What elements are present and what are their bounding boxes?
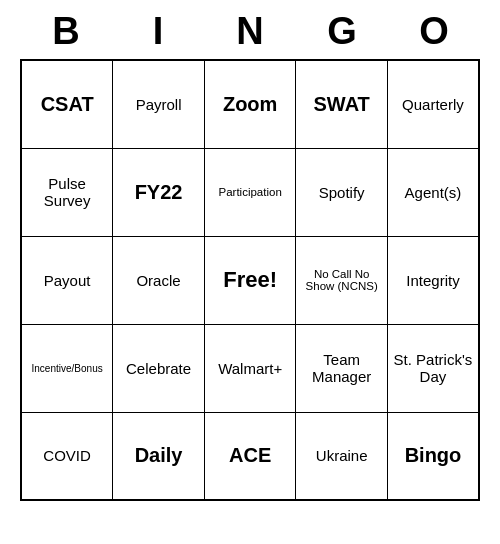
cell-r3-c0: Incentive/Bonus [21, 324, 113, 412]
letter-n: N [210, 10, 290, 53]
cell-r0-c0: CSAT [21, 60, 113, 148]
cell-r1-c3: Spotify [296, 148, 387, 236]
letter-i: I [118, 10, 198, 53]
cell-r0-c2: Zoom [204, 60, 296, 148]
letter-o: O [394, 10, 474, 53]
bingo-grid: CSATPayrollZoomSWATQuarterlyPulse Survey… [20, 59, 480, 501]
cell-r2-c1: Oracle [113, 236, 205, 324]
cell-r3-c4: St. Patrick's Day [387, 324, 479, 412]
cell-r4-c4: Bingo [387, 412, 479, 500]
cell-r4-c0: COVID [21, 412, 113, 500]
cell-r1-c2: Participation [204, 148, 296, 236]
cell-r3-c1: Celebrate [113, 324, 205, 412]
letter-g: G [302, 10, 382, 53]
cell-r0-c4: Quarterly [387, 60, 479, 148]
cell-r4-c3: Ukraine [296, 412, 387, 500]
bingo-header: B I N G O [20, 0, 480, 59]
letter-b: B [26, 10, 106, 53]
cell-r2-c0: Payout [21, 236, 113, 324]
cell-r4-c2: ACE [204, 412, 296, 500]
cell-r2-c4: Integrity [387, 236, 479, 324]
cell-r1-c4: Agent(s) [387, 148, 479, 236]
cell-r1-c1: FY22 [113, 148, 205, 236]
cell-r0-c1: Payroll [113, 60, 205, 148]
cell-r2-c2: Free! [204, 236, 296, 324]
cell-r2-c3: No Call No Show (NCNS) [296, 236, 387, 324]
cell-r3-c3: Team Manager [296, 324, 387, 412]
cell-r0-c3: SWAT [296, 60, 387, 148]
cell-r4-c1: Daily [113, 412, 205, 500]
cell-r3-c2: Walmart+ [204, 324, 296, 412]
cell-r1-c0: Pulse Survey [21, 148, 113, 236]
